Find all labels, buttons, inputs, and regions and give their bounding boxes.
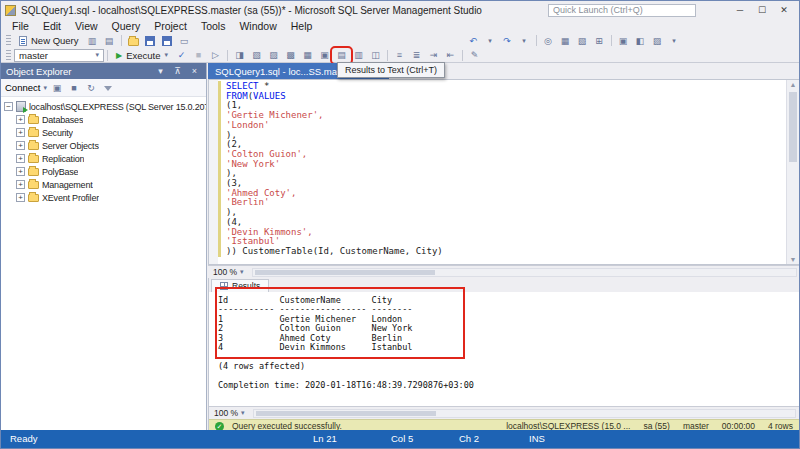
properties-window-icon[interactable]: ◧ bbox=[632, 34, 649, 47]
results-to-file-icon[interactable]: ◫ bbox=[367, 49, 384, 62]
collapse-icon[interactable]: − bbox=[4, 102, 13, 111]
maximize-button[interactable]: ☐ bbox=[751, 3, 773, 18]
code-line: ), bbox=[226, 131, 443, 141]
tree-item-server[interactable]: − localhost\SQLEXPRESS (SQL Server 15.0.… bbox=[1, 100, 206, 113]
menu-item-tools[interactable]: Tools bbox=[194, 19, 233, 33]
toolbar-overflow-icon[interactable]: ▾ bbox=[666, 34, 683, 47]
print-icon[interactable]: ▭ bbox=[176, 34, 193, 47]
query-editor[interactable]: SELECT *FROM(VALUES(1,'Gertie Michener',… bbox=[208, 79, 800, 265]
results-to-text-icon[interactable]: ▤ bbox=[333, 49, 350, 62]
refresh-icon[interactable]: ↻ bbox=[84, 83, 98, 93]
expand-icon[interactable]: + bbox=[16, 141, 25, 150]
uncomment-icon[interactable]: ≣ bbox=[408, 49, 425, 62]
quick-launch-input[interactable] bbox=[548, 4, 696, 17]
new-query-button[interactable]: New Query bbox=[14, 34, 84, 47]
code-area[interactable]: SELECT *FROM(VALUES(1,'Gertie Michener',… bbox=[226, 82, 443, 257]
status-insert-mode: INS bbox=[529, 430, 545, 447]
pin-icon[interactable]: ⊼ bbox=[171, 66, 184, 76]
tree-item-polybase[interactable]: +PolyBase bbox=[1, 165, 206, 178]
expand-icon[interactable]: + bbox=[16, 115, 25, 124]
open-file-icon[interactable] bbox=[125, 34, 142, 47]
registered-servers-icon[interactable]: ▧ bbox=[574, 34, 591, 47]
debug-icon[interactable]: ▷ bbox=[207, 49, 224, 62]
expand-icon[interactable]: + bbox=[16, 154, 25, 163]
scroll-up-icon[interactable]: ▲ bbox=[787, 81, 799, 88]
scrollbar-thumb[interactable] bbox=[255, 270, 435, 275]
undo-dropdown-icon[interactable]: ▾ bbox=[482, 34, 499, 47]
menu-item-file[interactable]: File bbox=[5, 19, 36, 33]
editor-horizontal-scrollbar[interactable] bbox=[252, 268, 797, 277]
tree-item-security[interactable]: +Security bbox=[1, 126, 206, 139]
close-button[interactable]: ✕ bbox=[773, 3, 795, 18]
tree-item-databases[interactable]: +Databases bbox=[1, 113, 206, 126]
database-selector[interactable]: master ▾ bbox=[14, 49, 104, 62]
execute-button[interactable]: ▶ Execute ▾ bbox=[111, 49, 173, 62]
tree-item-xevent-profiler[interactable]: +XEvent Profiler bbox=[1, 191, 206, 204]
scrollbar-thumb[interactable] bbox=[789, 92, 797, 162]
undo-icon[interactable]: ↶ bbox=[465, 34, 482, 47]
include-actual-plan-icon[interactable]: ▦ bbox=[299, 49, 316, 62]
sqlcmd-mode-icon[interactable]: ◨ bbox=[231, 49, 248, 62]
folder-icon bbox=[28, 181, 39, 189]
solution-explorer-icon[interactable]: ▨ bbox=[649, 34, 666, 47]
bookmark-icon[interactable]: ▣ bbox=[615, 34, 632, 47]
expand-icon[interactable]: + bbox=[16, 167, 25, 176]
results-tab[interactable]: Results bbox=[211, 279, 269, 292]
intellisense-enabled-icon[interactable]: ▣ bbox=[316, 49, 333, 62]
results-zoom-control[interactable]: 100 % ▾ bbox=[209, 408, 250, 418]
expand-icon[interactable]: + bbox=[16, 180, 25, 189]
query-options-icon[interactable]: ✎ bbox=[466, 49, 483, 62]
parse-query-icon[interactable]: ✓ bbox=[173, 49, 190, 62]
separator bbox=[462, 50, 463, 61]
editor-vertical-scrollbar[interactable]: ▲ ▼ bbox=[786, 80, 799, 264]
database-engine-query-icon[interactable]: ▥ bbox=[84, 34, 101, 47]
save-all-icon[interactable] bbox=[159, 34, 176, 47]
tree-item-management[interactable]: +Management bbox=[1, 178, 206, 191]
close-panel-icon[interactable]: × bbox=[188, 66, 201, 76]
scroll-down-icon[interactable]: ▼ bbox=[787, 256, 799, 263]
redo-icon[interactable]: ↷ bbox=[499, 34, 516, 47]
menu-item-view[interactable]: View bbox=[68, 19, 105, 33]
save-icon[interactable] bbox=[142, 34, 159, 47]
menu-item-window[interactable]: Window bbox=[232, 19, 283, 33]
scrollbar-thumb[interactable] bbox=[256, 411, 436, 416]
window-controls: ─ ☐ ✕ bbox=[729, 3, 795, 18]
expand-icon[interactable]: + bbox=[16, 193, 25, 202]
filter-icon[interactable] bbox=[101, 83, 115, 93]
redo-dropdown-icon[interactable]: ▾ bbox=[516, 34, 533, 47]
results-to-grid-icon[interactable]: ▥ bbox=[350, 49, 367, 62]
display-estimated-plan-icon[interactable]: ▧ bbox=[248, 49, 265, 62]
menu-item-project[interactable]: Project bbox=[147, 19, 194, 33]
results-line: (4 rows affected) bbox=[218, 362, 799, 371]
tree-item-replication[interactable]: +Replication bbox=[1, 152, 206, 165]
comment-icon[interactable]: ≡ bbox=[391, 49, 408, 62]
stop-icon[interactable]: ■ bbox=[67, 83, 81, 93]
outdent-icon[interactable]: ⇤ bbox=[442, 49, 459, 62]
toolbar-grip[interactable] bbox=[6, 35, 11, 46]
menu-item-help[interactable]: Help bbox=[284, 19, 320, 33]
disconnect-icon[interactable]: ▣ bbox=[50, 83, 64, 93]
object-explorer-header[interactable]: Object Explorer ▾ ⊼ × bbox=[1, 63, 206, 79]
object-explorer-panel: Object Explorer ▾ ⊼ × Connect ▾ ▣ ■ ↻ − … bbox=[1, 63, 207, 432]
cancel-query-icon: ■ bbox=[190, 49, 207, 62]
tree-item-server-objects[interactable]: +Server Objects bbox=[1, 139, 206, 152]
activity-monitor-icon[interactable]: ▦ bbox=[557, 34, 574, 47]
menu-item-query[interactable]: Query bbox=[105, 19, 148, 33]
results-horizontal-scrollbar[interactable] bbox=[253, 409, 796, 418]
include-client-statistics-icon[interactable]: ▩ bbox=[282, 49, 299, 62]
separator bbox=[227, 50, 228, 61]
indent-icon[interactable]: ⇥ bbox=[425, 49, 442, 62]
results-text[interactable]: Id CustomerName City----------- --------… bbox=[209, 292, 799, 406]
connect-button[interactable]: Connect ▾ bbox=[5, 82, 47, 93]
editor-zoom-control[interactable]: 100 % ▾ bbox=[208, 267, 249, 277]
analysis-services-query-icon[interactable]: ▤ bbox=[101, 34, 118, 47]
menu-item-edit[interactable]: Edit bbox=[36, 19, 68, 33]
window-position-icon[interactable]: ▾ bbox=[154, 66, 167, 76]
toolbar-grip[interactable] bbox=[6, 50, 11, 61]
find-icon[interactable]: ◎ bbox=[540, 34, 557, 47]
live-query-statistics-icon[interactable]: ▨ bbox=[265, 49, 282, 62]
minimize-button[interactable]: ─ bbox=[729, 3, 751, 18]
expand-icon[interactable]: + bbox=[16, 128, 25, 137]
template-explorer-icon[interactable]: ⊞ bbox=[591, 34, 608, 47]
folder-icon bbox=[28, 194, 39, 202]
